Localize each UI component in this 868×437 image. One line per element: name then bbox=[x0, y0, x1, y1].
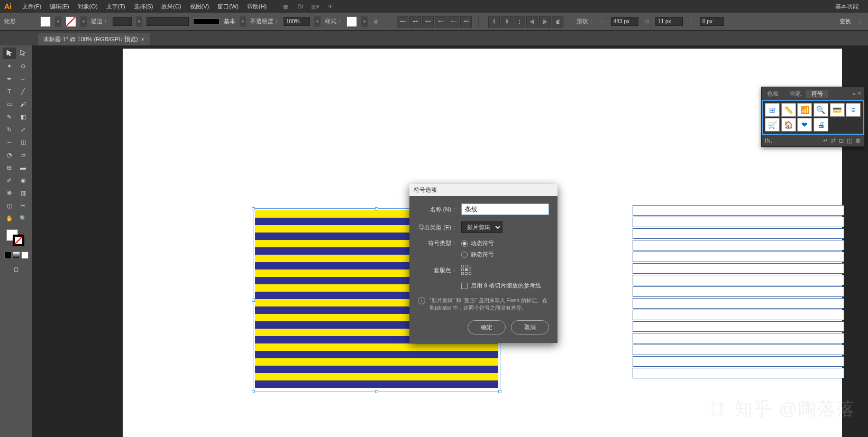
new-symbol-icon[interactable]: ◫ bbox=[847, 137, 852, 144]
recolor-icon[interactable]: ◉ bbox=[372, 17, 380, 26]
dist-v-icon[interactable]: ⫵ bbox=[501, 16, 513, 27]
brushes-tab[interactable]: 画笔 bbox=[784, 90, 806, 98]
blend-tool[interactable]: ◉ bbox=[17, 174, 30, 186]
magic-wand-tool[interactable]: ✦ bbox=[3, 60, 16, 72]
transform-label[interactable]: 变换 bbox=[839, 17, 851, 25]
curvature-tool[interactable]: ～ bbox=[17, 73, 30, 85]
rotate-tool[interactable]: ↻ bbox=[3, 124, 16, 135]
place-symbol-icon[interactable]: ↵ bbox=[823, 137, 828, 144]
dist-v2-icon[interactable]: ⫷ bbox=[526, 16, 538, 27]
stock-icon[interactable]: St bbox=[296, 2, 305, 11]
export-type-select[interactable]: 影片剪辑 bbox=[461, 221, 502, 233]
panel-menu-icon[interactable]: ≡ bbox=[858, 90, 861, 97]
align-bottom-icon[interactable]: ⬹ bbox=[460, 16, 472, 27]
menu-select[interactable]: 选择(S) bbox=[130, 3, 158, 11]
scale-tool[interactable]: ⤢ bbox=[17, 124, 30, 135]
corners-icon[interactable]: ⌈ bbox=[687, 17, 696, 26]
symbol-ruler-item[interactable]: 📏 bbox=[781, 103, 796, 117]
name-input[interactable] bbox=[461, 203, 549, 215]
align-top-icon[interactable]: ⬷ bbox=[435, 16, 446, 27]
symbol-options-icon[interactable]: ⊡ bbox=[839, 137, 844, 144]
static-symbol-radio[interactable]: 静态符号 bbox=[461, 250, 494, 258]
corner-input[interactable] bbox=[700, 17, 724, 26]
paintbrush-tool[interactable]: 🖌 bbox=[17, 98, 30, 110]
symbol-cart-item[interactable]: 🛒 bbox=[765, 118, 780, 132]
symbol-home-item[interactable]: 🏠 bbox=[781, 118, 796, 132]
graph-tool[interactable]: ▥ bbox=[17, 187, 30, 199]
tab-close-icon[interactable]: × bbox=[141, 36, 144, 42]
color-mode-none[interactable] bbox=[21, 252, 29, 259]
menu-effect[interactable]: 效果(C) bbox=[157, 3, 185, 11]
panel-collapse-icon[interactable]: » bbox=[852, 90, 855, 97]
dist-v3-icon[interactable]: ⫹ bbox=[552, 16, 563, 27]
symbol-grid-item[interactable]: ⊞ bbox=[765, 103, 780, 117]
doc-tab[interactable]: 未标题-1* @ 100% (RGB/GPU 预览) × bbox=[38, 33, 150, 45]
menu-view[interactable]: 视图(V) bbox=[186, 3, 214, 11]
workspace-label[interactable]: 基本功能 bbox=[835, 3, 864, 11]
fill-dropdown[interactable]: ▾ bbox=[55, 16, 61, 27]
menu-file[interactable]: 文件(F) bbox=[18, 3, 45, 11]
link-wh-icon[interactable]: ⊘ bbox=[643, 17, 651, 26]
rectangle-tool[interactable]: ▭ bbox=[3, 98, 16, 110]
menu-object[interactable]: 对象(O) bbox=[74, 3, 102, 11]
shape-builder-tool[interactable]: ◔ bbox=[3, 149, 16, 161]
menu-help[interactable]: 帮助(H) bbox=[243, 3, 271, 11]
align-right-icon[interactable]: ⬶ bbox=[422, 16, 434, 27]
width-input[interactable] bbox=[611, 17, 638, 26]
width-tool[interactable]: ↔ bbox=[3, 136, 16, 148]
symbol-sprayer-tool[interactable]: ❋ bbox=[3, 187, 16, 199]
align-left-icon[interactable]: ⬴ bbox=[397, 16, 408, 27]
symbols-tab[interactable]: 符号 bbox=[806, 90, 828, 98]
free-transform-tool[interactable]: ◫ bbox=[17, 136, 30, 148]
dist-h2-icon[interactable]: ⫶ bbox=[514, 16, 525, 27]
symbols-library-icon[interactable]: IN. bbox=[765, 137, 772, 144]
opacity-dropdown[interactable]: ▾ bbox=[314, 16, 321, 27]
swatches-tab[interactable]: 色板 bbox=[762, 90, 784, 98]
pen-tool[interactable]: ✒ bbox=[3, 73, 16, 85]
gradient-tool[interactable]: ▬ bbox=[17, 162, 30, 173]
lines-object[interactable] bbox=[633, 205, 844, 379]
lasso-tool[interactable]: ⊙ bbox=[17, 60, 30, 72]
screen-mode-tool[interactable]: ◻ bbox=[10, 263, 23, 275]
brush-dropdown[interactable]: ▾ bbox=[240, 16, 246, 27]
dist-h3-icon[interactable]: ⫸ bbox=[539, 16, 551, 27]
symbol-lines-item[interactable]: ≡ bbox=[846, 103, 861, 117]
mesh-tool[interactable]: ⊞ bbox=[3, 162, 16, 173]
profile-input[interactable] bbox=[147, 17, 189, 26]
height-input[interactable] bbox=[655, 17, 683, 26]
symbol-search-item[interactable]: 🔍 bbox=[814, 103, 828, 117]
symbol-print-item[interactable]: 🖨 bbox=[814, 118, 828, 132]
fill-swatch[interactable] bbox=[40, 16, 51, 27]
stroke-color-box[interactable] bbox=[13, 235, 24, 246]
zoom-tool[interactable]: 🔍 bbox=[17, 212, 30, 224]
dist-h-icon[interactable]: ⫴ bbox=[488, 16, 500, 27]
style-dropdown[interactable]: ▾ bbox=[361, 16, 368, 27]
line-tool[interactable]: ╱ bbox=[17, 86, 30, 97]
direct-selection-tool[interactable] bbox=[17, 48, 30, 59]
shaper-tool[interactable]: ✎ bbox=[3, 111, 16, 123]
menu-window[interactable]: 窗口(W) bbox=[213, 3, 243, 11]
gpu-icon[interactable]: ✈ bbox=[326, 2, 334, 11]
align-hcenter-icon[interactable]: ⬵ bbox=[409, 16, 421, 27]
type-tool[interactable]: T bbox=[3, 86, 16, 97]
arrange-icon[interactable]: ▥▾ bbox=[311, 2, 319, 11]
menu-edit[interactable]: 编辑(E) bbox=[45, 3, 74, 11]
registration-grid[interactable] bbox=[461, 265, 472, 275]
symbol-rss-item[interactable]: 📶 bbox=[797, 103, 812, 117]
symbol-heart-item[interactable]: ❤ bbox=[797, 118, 812, 132]
brush-preview[interactable] bbox=[193, 18, 220, 25]
symbol-card-item[interactable]: 💳 bbox=[830, 103, 845, 117]
slice-tool[interactable]: ✂ bbox=[17, 200, 30, 211]
perspective-tool[interactable]: ▱ bbox=[17, 149, 30, 161]
eraser-tool[interactable]: ◧ bbox=[17, 111, 30, 123]
dynamic-symbol-radio[interactable]: 动态符号 bbox=[461, 239, 494, 247]
eyedropper-tool[interactable]: ✐ bbox=[3, 174, 16, 186]
stroke-weight-input[interactable] bbox=[113, 17, 132, 26]
color-mode-solid[interactable] bbox=[4, 252, 12, 259]
transform-icon[interactable]: ⟐ bbox=[855, 17, 864, 26]
stroke-weight-dropdown[interactable]: ▾ bbox=[136, 16, 142, 27]
ok-button[interactable]: 确定 bbox=[468, 320, 506, 334]
menu-type[interactable]: 文字(T) bbox=[102, 3, 130, 11]
fill-stroke-control[interactable] bbox=[1, 229, 31, 248]
artboard-tool[interactable]: ◫ bbox=[3, 200, 16, 211]
